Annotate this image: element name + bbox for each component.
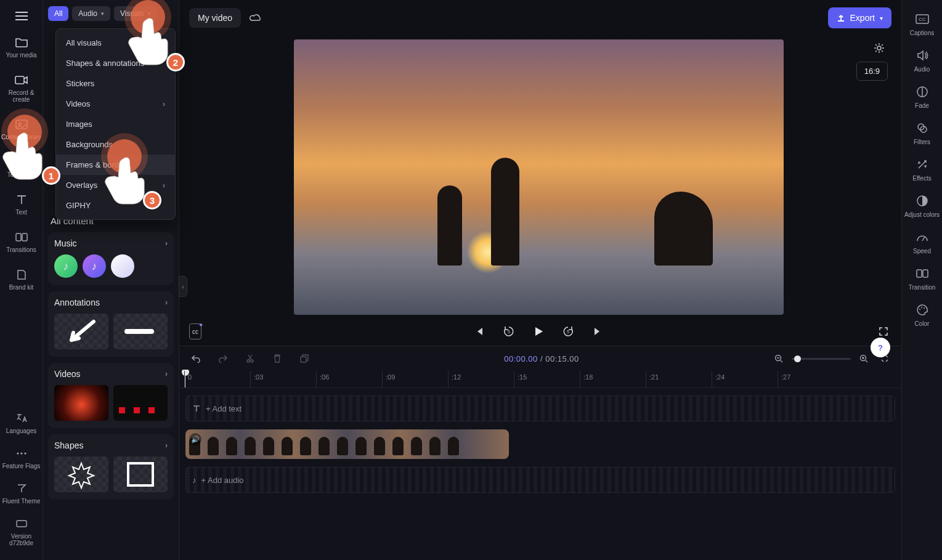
rail-version[interactable]: Version d72b9de [0, 511, 43, 553]
video-preview[interactable] [294, 39, 784, 315]
video-thumb[interactable] [113, 385, 168, 421]
timeline-ruler[interactable]: 0 :03 :06 :09 :12 :15 :18 :21 :24 :27 [179, 371, 901, 388]
menu-videos[interactable]: Videos› [56, 94, 175, 114]
timeline-tracks: + Add text 🔊 ♪ + Add audio [179, 388, 901, 499]
clip-mute-icon[interactable]: 🔊 [189, 433, 201, 445]
rr-label: Transition [909, 284, 936, 291]
tab-visuals[interactable]: Visuals▾ [114, 6, 156, 21]
rr-effects[interactable]: Effects [902, 152, 943, 188]
forward-5-button[interactable]: 5 [560, 323, 576, 339]
undo-button[interactable] [188, 351, 204, 367]
rr-fade[interactable]: Fade [902, 79, 943, 115]
tab-all[interactable]: All [48, 6, 68, 21]
speaker-icon [916, 49, 929, 62]
rr-speed[interactable]: Speed [902, 224, 943, 261]
rail-content-library[interactable]: Content library [0, 112, 43, 147]
svg-rect-28 [917, 270, 922, 277]
annotation-thumb-arrow[interactable] [54, 314, 108, 349]
delete-button[interactable] [269, 351, 285, 367]
skip-end-button[interactable] [590, 323, 606, 339]
zoom-out-button[interactable] [771, 351, 787, 367]
menu-label: Frames & borders [66, 160, 130, 169]
svg-point-14 [877, 46, 881, 50]
zoom-slider[interactable] [792, 358, 851, 360]
shape-thumb-frame[interactable] [113, 457, 168, 492]
redo-button[interactable] [215, 351, 231, 367]
duplicate-button[interactable] [296, 351, 312, 367]
menu-frames-borders[interactable]: Frames & borders [56, 155, 175, 175]
menu-giphy[interactable]: GIPHY [56, 195, 175, 216]
rail-label: Feature Flags [2, 463, 41, 469]
add-text-track[interactable]: + Add text [185, 396, 895, 421]
shape-thumb-burst[interactable] [54, 457, 108, 492]
effects-icon [916, 158, 929, 171]
rr-audio[interactable]: Audio [902, 43, 943, 79]
preview-settings-button[interactable] [871, 39, 888, 57]
rr-filters[interactable]: Filters [902, 115, 943, 152]
video-clip[interactable]: 🔊 [185, 429, 509, 459]
hamburger-menu-button[interactable] [10, 5, 33, 27]
music-thumb[interactable]: ♪ [83, 254, 106, 278]
rr-label: Speed [913, 248, 931, 254]
menu-overlays[interactable]: Overlays› [56, 175, 175, 195]
rr-label: Effects [912, 175, 931, 182]
rail-languages[interactable]: Languages [0, 405, 43, 440]
menu-label: GIPHY [66, 201, 91, 210]
rr-captions[interactable]: CCCaptions [902, 6, 943, 43]
menu-backgrounds[interactable]: Backgrounds [56, 134, 175, 155]
svg-point-18 [251, 360, 253, 362]
rr-label: Filters [914, 139, 930, 145]
zoom-in-button[interactable] [856, 351, 872, 367]
brandkit-icon [15, 268, 28, 282]
export-button[interactable]: Export ▾ [828, 7, 891, 28]
menu-images[interactable]: Images [56, 114, 175, 134]
svg-rect-0 [15, 76, 24, 84]
rail-text[interactable]: Text [0, 187, 43, 222]
rail-brand-kit[interactable]: Brand kit [0, 262, 43, 297]
menu-all-visuals[interactable]: All visuals [56, 33, 175, 53]
menu-shapes-annotations[interactable]: Shapes & annotations [56, 53, 175, 73]
tab-audio[interactable]: Audio▾ [72, 6, 110, 21]
rewind-5-button[interactable]: 5 [501, 323, 517, 339]
ruler-tick: :09 [382, 371, 395, 388]
rail-transitions[interactable]: Transitions [0, 224, 43, 259]
ruler-tick: :21 [646, 371, 659, 388]
chevron-right-icon: › [163, 100, 165, 108]
skip-start-button[interactable] [471, 323, 487, 339]
video-thumb[interactable] [54, 385, 108, 421]
rail-fluent-theme[interactable]: Fluent Theme [0, 476, 43, 511]
rail-feature-flags[interactable]: Feature Flags [0, 440, 43, 476]
play-button[interactable] [530, 323, 546, 339]
svg-text:5: 5 [508, 330, 510, 334]
menu-stickers[interactable]: Stickers [56, 73, 175, 94]
section-annotations[interactable]: Annotations› [48, 291, 174, 357]
chevron-down-icon: ▾ [148, 10, 151, 17]
help-button[interactable]: ? [871, 338, 890, 357]
svg-point-30 [919, 309, 920, 310]
project-title[interactable]: My video [189, 8, 241, 28]
rr-adjust-colors[interactable]: Adjust colors [902, 188, 943, 224]
section-music[interactable]: Music› ♪ ♪ ♪ [48, 232, 174, 285]
music-thumb[interactable]: ♪ [111, 254, 134, 278]
rail-your-media[interactable]: Your media [0, 30, 43, 65]
add-audio-track[interactable]: ♪ + Add audio [185, 467, 895, 493]
rail-templates[interactable]: Templates [0, 149, 43, 184]
section-shapes[interactable]: Shapes› [48, 434, 174, 500]
menu-label: Stickers [66, 79, 94, 88]
rr-color[interactable]: Color [902, 297, 943, 333]
music-thumb[interactable]: ♪ [54, 254, 78, 278]
rail-record-create[interactable]: Record & create [0, 67, 43, 109]
cloud-sync-icon[interactable] [247, 9, 264, 26]
split-button[interactable] [242, 351, 258, 367]
annotation-thumb-marker[interactable] [113, 314, 168, 349]
captions-toggle[interactable]: cc✦ [189, 323, 201, 339]
panel-collapse-handle[interactable]: ‹ [179, 276, 187, 297]
help-label: ? [878, 343, 883, 352]
section-videos[interactable]: Videos› [48, 363, 174, 428]
svg-point-9 [17, 452, 18, 454]
svg-rect-7 [16, 233, 21, 241]
aspect-ratio-button[interactable]: 16:9 [856, 62, 888, 81]
fullscreen-button[interactable] [875, 323, 891, 339]
rr-transition[interactable]: Transition [902, 261, 943, 297]
sparkle-icon: ✦ [198, 322, 203, 328]
